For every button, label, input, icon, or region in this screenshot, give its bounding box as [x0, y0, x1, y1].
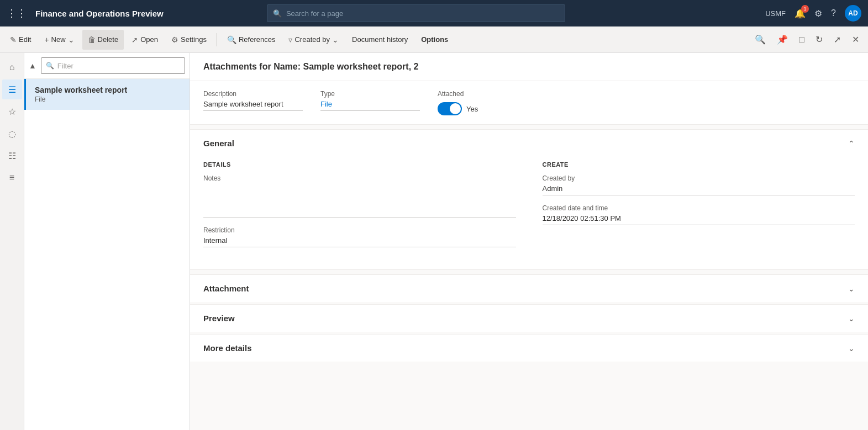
preview-chevron-down-icon: ⌄ — [848, 314, 855, 323]
settings-gear-icon: ⚙ — [171, 35, 178, 44]
attached-value: Yes — [466, 105, 478, 113]
filter-bar: ▲ 🔍 — [24, 53, 190, 79]
more-details-section: More details ⌄ — [190, 334, 868, 362]
create-col: CREATE Created by Admin Created date and… — [543, 161, 855, 256]
toolbar-right-actions: 🔍 📌 □ ↻ ➚ ✕ — [750, 31, 864, 48]
attachment-chevron-down-icon: ⌄ — [848, 284, 855, 293]
general-section-header[interactable]: General ⌃ — [190, 130, 868, 157]
delete-icon: 🗑 — [88, 35, 96, 44]
left-panel: ▲ 🔍 Sample worksheet report File — [24, 53, 190, 430]
search-icon: 🔍 — [273, 9, 282, 18]
created-date-label: Created date and time — [543, 204, 855, 212]
create-col-title: CREATE — [543, 161, 855, 168]
details-col-title: DETAILS — [203, 161, 516, 168]
created-by-label: Created by — [543, 174, 855, 182]
help-icon[interactable]: ? — [831, 8, 836, 18]
main-layout: ⌂ ☰ ☆ ◌ ☷ ≡ ▲ 🔍 Sample worksheet report … — [0, 53, 868, 430]
filter-input-wrap[interactable]: 🔍 — [41, 57, 185, 74]
toolbar: ✎ Edit + New ⌄ 🗑 Delete ➚ Open ⚙ Setting… — [0, 26, 868, 53]
toolbar-search-button[interactable]: 🔍 — [750, 31, 770, 48]
sidebar: ⌂ ☰ ☆ ◌ ☷ ≡ — [0, 53, 24, 430]
sidebar-item-workspace[interactable]: ☷ — [2, 146, 22, 166]
notes-label: Notes — [203, 174, 516, 182]
notes-value[interactable] — [203, 184, 516, 217]
type-label: Type — [320, 90, 420, 98]
more-details-section-header[interactable]: More details ⌄ — [190, 335, 868, 362]
new-chevron-icon: ⌄ — [68, 35, 75, 44]
references-button[interactable]: 🔍 References — [222, 30, 281, 50]
created-by-button[interactable]: ▿ Created by ⌄ — [283, 30, 344, 50]
options-button[interactable]: Options — [415, 30, 454, 50]
user-avatar[interactable]: AD — [845, 5, 861, 22]
top-nav-right: USMF 🔔 1 ⚙ ? AD — [765, 5, 861, 22]
popout-button[interactable]: ➚ — [829, 31, 845, 48]
more-details-chevron-down-icon: ⌄ — [848, 344, 855, 353]
delete-button[interactable]: 🗑 Delete — [82, 30, 124, 50]
notification-icon[interactable]: 🔔 1 — [795, 8, 806, 19]
attachment-section-header[interactable]: Attachment ⌄ — [190, 275, 868, 302]
gear-icon[interactable]: ⚙ — [814, 8, 822, 19]
restriction-field: Restriction Internal — [203, 226, 516, 247]
sidebar-item-star[interactable]: ☆ — [2, 102, 22, 121]
settings-button[interactable]: ⚙ Settings — [166, 30, 212, 50]
right-content: Attachments for Name: Sample worksheet r… — [190, 53, 868, 430]
preview-section-header[interactable]: Preview ⌄ — [190, 305, 868, 332]
type-value: File — [320, 100, 420, 111]
list-item-subtitle: File — [35, 95, 181, 103]
details-col: DETAILS Notes Restriction Internal — [203, 161, 516, 256]
created-by-chevron-icon: ⌄ — [332, 35, 339, 44]
created-by-field: Created by Admin — [543, 174, 855, 195]
list-item[interactable]: Sample worksheet report File — [24, 79, 190, 110]
top-navigation: ⋮⋮ Finance and Operations Preview 🔍 USMF… — [0, 0, 868, 26]
general-section: General ⌃ DETAILS Notes Restriction Inte… — [190, 129, 868, 270]
filter-icon: ▲ — [29, 61, 36, 70]
notification-badge: 1 — [801, 5, 809, 13]
attached-label: Attached — [438, 90, 537, 98]
org-label: USMF — [765, 9, 786, 18]
preview-section: Preview ⌄ — [190, 304, 868, 332]
sidebar-item-active[interactable]: ☰ — [2, 79, 22, 99]
refresh-button[interactable]: ↻ — [811, 31, 827, 48]
new-button[interactable]: + New ⌄ — [39, 30, 80, 50]
general-section-title: General — [203, 139, 234, 148]
created-by-value[interactable]: Admin — [543, 184, 855, 195]
attached-toggle-wrap: Yes — [438, 102, 537, 115]
sidebar-item-recent[interactable]: ◌ — [2, 124, 22, 144]
pin-button[interactable]: 📌 — [772, 31, 792, 48]
general-section-body: DETAILS Notes Restriction Internal CREAT… — [190, 157, 868, 269]
created-date-field: Created date and time 12/18/2020 02:51:3… — [543, 204, 855, 225]
filter-search-icon: 🔍 — [46, 62, 54, 70]
toolbar-divider — [217, 33, 217, 46]
content-header: Attachments for Name: Sample worksheet r… — [190, 53, 868, 81]
open-button[interactable]: ➚ Open — [126, 30, 164, 50]
attached-toggle[interactable] — [438, 102, 462, 115]
open-arrow-icon: ➚ — [131, 35, 138, 44]
document-history-button[interactable]: Document history — [346, 30, 413, 50]
attached-field: Attached Yes — [438, 90, 537, 115]
global-search-bar[interactable]: 🔍 — [267, 4, 565, 22]
more-details-section-title: More details — [203, 343, 252, 353]
split-button[interactable]: □ — [795, 31, 809, 48]
description-field: Description Sample worksheet report — [203, 90, 303, 115]
edit-icon: ✎ — [10, 35, 17, 44]
created-date-value[interactable]: 12/18/2020 02:51:30 PM — [543, 214, 855, 225]
close-button[interactable]: ✕ — [848, 31, 864, 48]
attachment-section-title: Attachment — [203, 284, 249, 293]
restriction-label: Restriction — [203, 226, 516, 234]
grid-icon[interactable]: ⋮⋮ — [7, 7, 27, 19]
type-field: Type File — [320, 90, 420, 115]
preview-section-title: Preview — [203, 314, 235, 323]
general-chevron-up-icon: ⌃ — [848, 139, 855, 148]
app-title: Finance and Operations Preview — [35, 9, 164, 18]
created-by-filter-icon: ▿ — [288, 35, 292, 44]
description-value: Sample worksheet report — [203, 100, 303, 111]
sidebar-item-home[interactable]: ⌂ — [2, 57, 22, 77]
new-plus-icon: + — [44, 35, 49, 44]
restriction-value[interactable]: Internal — [203, 236, 516, 247]
sidebar-item-list[interactable]: ≡ — [2, 168, 22, 188]
list-item-title: Sample worksheet report — [35, 86, 181, 94]
edit-button[interactable]: ✎ Edit — [4, 30, 36, 50]
search-input[interactable] — [286, 9, 559, 18]
description-label: Description — [203, 90, 303, 98]
filter-input[interactable] — [57, 62, 180, 70]
